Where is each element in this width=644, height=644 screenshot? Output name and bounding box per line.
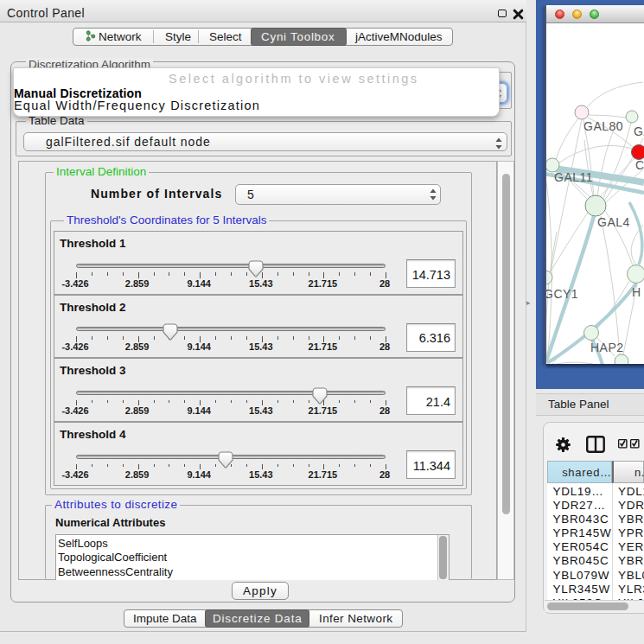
svg-text:C: C <box>635 158 644 172</box>
svg-text:GAL11: GAL11 <box>554 170 593 184</box>
svg-text:GAL80: GAL80 <box>583 119 623 133</box>
svg-text:GA: GA <box>634 124 644 138</box>
svg-text:HAP2: HAP2 <box>590 341 624 354</box>
svg-text:GAL4: GAL4 <box>597 215 630 229</box>
svg-text:H: H <box>632 285 641 299</box>
svg-text:GCY1: GCY1 <box>546 287 578 301</box>
